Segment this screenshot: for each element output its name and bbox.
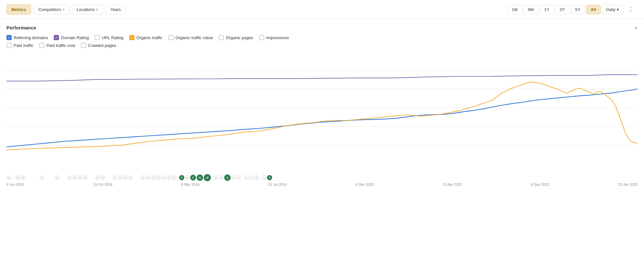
event-marker[interactable]: G xyxy=(219,175,224,180)
event-marker[interactable]: G xyxy=(254,175,259,180)
metric-url-rating[interactable]: URL Rating xyxy=(95,35,123,40)
years-tab[interactable]: Years xyxy=(105,5,126,15)
event-marker-green[interactable]: G xyxy=(267,175,272,180)
section-header: Performance ∧ xyxy=(6,25,638,30)
event-marker[interactable]: G xyxy=(67,175,72,180)
event-marker[interactable]: G xyxy=(100,175,105,180)
1m-button[interactable]: 1M xyxy=(507,5,522,14)
x-label-2: 19 Oct 2016 xyxy=(93,183,112,186)
metrics-tab[interactable]: Metrics xyxy=(6,5,31,15)
label-organic-traffic: Organic traffic xyxy=(136,35,163,40)
checkbox-crawled-pages[interactable] xyxy=(81,43,86,48)
checkbox-organic-pages[interactable] xyxy=(219,35,224,40)
event-marker[interactable]: G xyxy=(236,175,241,180)
performance-title: Performance xyxy=(6,25,36,30)
checkbox-referring-domains[interactable]: ✓ xyxy=(6,35,12,40)
metric-organic-traffic-value[interactable]: Organic traffic value xyxy=(168,35,213,40)
label-paid-traffic-cost: Paid traffic cost xyxy=(46,43,75,48)
checkbox-organic-traffic[interactable]: ✓ xyxy=(129,35,134,40)
metric-crawled-pages[interactable]: Crawled pages xyxy=(81,43,116,48)
competitors-tab[interactable]: Competitors ▾ xyxy=(34,5,69,15)
top-bar: Metrics Competitors ▾ Locations ▾ Years … xyxy=(0,0,644,19)
event-marker[interactable]: G xyxy=(21,175,25,180)
x-label-3: 6 Mar 2018 xyxy=(181,183,200,186)
x-label-6: 23 Apr 2022 xyxy=(443,183,462,186)
event-marker-green-xl[interactable]: G xyxy=(197,174,203,181)
event-marker-green-lg[interactable]: G xyxy=(190,175,196,181)
metric-paid-traffic[interactable]: Paid traffic xyxy=(6,43,33,48)
event-marker-green-xxl[interactable]: G xyxy=(204,174,211,181)
label-crawled-pages: Crawled pages xyxy=(88,43,116,48)
x-label-5: 6 Dec 2020 xyxy=(356,183,374,186)
chart-area xyxy=(0,51,644,174)
6m-button[interactable]: 6M xyxy=(523,5,538,14)
checkbox-paid-traffic[interactable] xyxy=(6,43,12,48)
event-marker[interactable]: a xyxy=(244,175,248,180)
metric-paid-traffic-cost[interactable]: Paid traffic cost xyxy=(39,43,75,48)
daily-dropdown[interactable]: Daily ▾ xyxy=(602,5,623,14)
event-marker[interactable]: G xyxy=(78,175,82,180)
label-paid-traffic: Paid traffic xyxy=(14,43,33,48)
metric-organic-pages[interactable]: Organic pages xyxy=(219,35,253,40)
event-marker[interactable]: G xyxy=(214,175,218,180)
metric-domain-rating[interactable]: ✓ Domain Rating xyxy=(54,35,89,40)
event-marker[interactable]: G xyxy=(128,175,133,180)
event-marker[interactable]: G xyxy=(40,175,44,180)
performance-section: Performance ∧ ✓ Referring domains ✓ Doma… xyxy=(0,19,644,48)
locations-chevron-icon: ▾ xyxy=(96,8,98,11)
more-icon: ⋮ xyxy=(628,6,634,13)
event-marker[interactable]: G xyxy=(185,175,190,180)
more-options-button[interactable]: ⋮ xyxy=(625,4,638,15)
checkbox-domain-rating[interactable]: ✓ xyxy=(54,35,59,40)
event-marker[interactable]: G xyxy=(172,175,176,180)
metric-referring-domains[interactable]: ✓ Referring domains xyxy=(6,35,48,40)
label-referring-domains: Referring domains xyxy=(14,35,48,40)
label-domain-rating: Domain Rating xyxy=(61,35,89,40)
event-marker[interactable]: G xyxy=(16,175,20,180)
competitors-chevron-icon: ▾ xyxy=(63,8,64,11)
event-marker[interactable]: a xyxy=(262,175,266,180)
event-marker[interactable]: G xyxy=(146,175,150,180)
checkbox-paid-traffic-cost[interactable] xyxy=(39,43,44,48)
event-marker[interactable]: G xyxy=(113,175,117,180)
event-marker[interactable]: G xyxy=(118,175,122,180)
event-marker-green[interactable]: G xyxy=(224,174,231,181)
event-marker[interactable]: G xyxy=(161,175,166,180)
nav-tabs: Metrics Competitors ▾ Locations ▾ Years xyxy=(6,5,126,15)
checkbox-organic-traffic-value[interactable] xyxy=(168,35,174,40)
event-marker-green[interactable]: G xyxy=(179,175,184,180)
event-marker[interactable]: G xyxy=(83,175,87,180)
metric-impressions[interactable]: Impressions xyxy=(259,35,289,40)
all-button[interactable]: All xyxy=(586,5,601,14)
checkbox-impressions[interactable] xyxy=(259,35,264,40)
event-marker[interactable]: G xyxy=(6,175,11,180)
5y-button[interactable]: 5Y xyxy=(571,5,585,14)
x-label-7: 8 Sep 2023 xyxy=(531,183,549,186)
daily-chevron-icon: ▾ xyxy=(617,7,619,12)
event-marker[interactable]: G xyxy=(141,175,145,180)
event-marker[interactable]: a xyxy=(231,175,236,180)
collapse-button[interactable]: ∧ xyxy=(634,25,638,30)
1y-button[interactable]: 1Y xyxy=(540,5,554,14)
checkbox-url-rating[interactable] xyxy=(95,35,100,40)
event-marker[interactable]: G xyxy=(55,175,60,180)
event-marker[interactable]: G xyxy=(151,175,155,180)
performance-chart xyxy=(6,54,638,158)
metric-organic-traffic[interactable]: ✓ Organic traffic xyxy=(129,35,163,40)
event-marker[interactable]: G xyxy=(123,175,128,180)
label-impressions: Impressions xyxy=(266,35,289,40)
label-organic-traffic-value: Organic traffic value xyxy=(176,35,213,40)
label-url-rating: URL Rating xyxy=(102,35,123,40)
event-marker[interactable]: G xyxy=(73,175,77,180)
time-controls: 1M 6M 1Y 2Y 5Y All Daily ▾ ⋮ xyxy=(507,4,638,15)
2y-button[interactable]: 2Y xyxy=(555,5,569,14)
event-marker[interactable]: 2 xyxy=(249,175,254,180)
x-axis-labels: 4 Jun 2015 19 Oct 2016 6 Mar 2018 22 Jul… xyxy=(0,181,644,186)
x-label-8: 23 Jan 2025 xyxy=(618,183,638,186)
event-marker[interactable]: G xyxy=(95,175,100,180)
label-organic-pages: Organic pages xyxy=(226,35,253,40)
event-marker[interactable]: G xyxy=(156,175,161,180)
x-label-4: 22 Jul 2019 xyxy=(268,183,287,186)
event-marker[interactable]: G xyxy=(167,175,171,180)
locations-tab[interactable]: Locations ▾ xyxy=(72,5,103,15)
